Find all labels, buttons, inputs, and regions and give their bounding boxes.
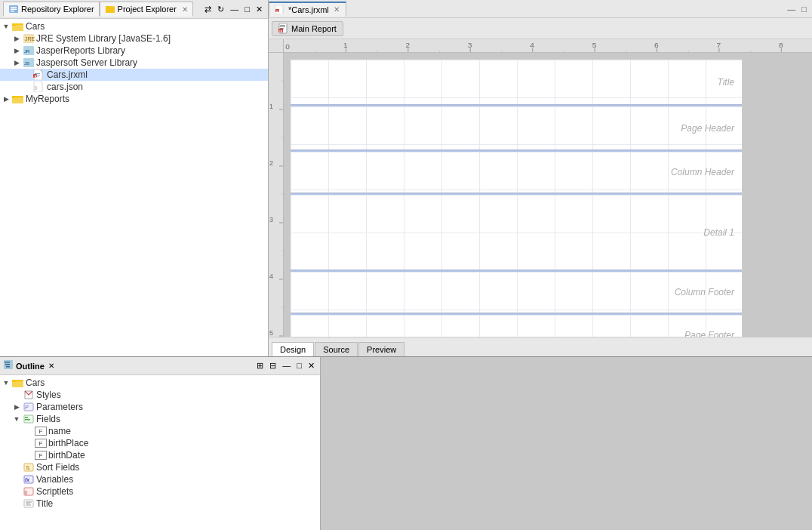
expand-all-icon[interactable]: ⊞ <box>254 360 266 371</box>
section-title[interactable]: Title <box>291 60 742 105</box>
maximize-top-panel-icon[interactable]: □ <box>242 4 252 15</box>
sort-fields-icon: ⇅ <box>23 462 35 473</box>
arrow-jasper-lib[interactable]: ▶ <box>12 46 21 55</box>
svg-text:⇅: ⇅ <box>26 465 30 470</box>
bottom-right-area <box>321 357 812 530</box>
editor-controls[interactable]: — □ <box>785 4 812 14</box>
json-file-icon: {} <box>33 82 45 92</box>
svg-rect-1 <box>11 7 17 8</box>
svg-rect-8 <box>12 25 23 31</box>
tree-item-cars-json[interactable]: ▶ {} cars.json <box>0 81 268 93</box>
arrow-cars-root[interactable]: ▼ <box>2 22 11 31</box>
outline-label-styles: Styles <box>36 390 61 400</box>
outline-label-field-birthplace: birthPlace <box>48 438 88 448</box>
outline-tree: ▼ Cars ▶ S <box>0 375 320 530</box>
close-top-panel-icon[interactable]: ✕ <box>254 4 265 15</box>
tab-preview-label: Preview <box>367 345 396 354</box>
editor-tab-label: *Cars.jrxml <box>288 5 329 14</box>
editor-tab-close-icon[interactable]: ✕ <box>334 5 340 14</box>
tree-item-myreports[interactable]: ▶ MyReports <box>0 93 268 105</box>
outline-item-sort-fields[interactable]: ▶ ⇅ Sort Fields <box>0 461 320 473</box>
sync-icon[interactable]: ⇄ <box>202 4 214 15</box>
tree-label-cars-root: Cars <box>26 21 45 32</box>
section-column-footer[interactable]: Column Footer <box>291 272 742 313</box>
top-panel-controls[interactable]: ⇄ ↻ — □ ✕ <box>202 4 265 15</box>
tab-design[interactable]: Design <box>272 342 314 356</box>
tab-design-label: Design <box>280 345 306 354</box>
outline-item-styles[interactable]: ▶ Styles <box>0 389 320 401</box>
jrxml-file-icon: JR <box>33 69 45 80</box>
tree-item-cars-jrxml[interactable]: ▶ JR Cars.jrxml <box>0 69 268 81</box>
editor-tab-cars-jrxml[interactable]: JR *Cars.jrxml ✕ <box>269 2 346 17</box>
tree-item-jasper-lib[interactable]: ▶ JR JasperReports Library <box>0 45 268 57</box>
arrow-outline-cars[interactable]: ▼ <box>2 378 11 387</box>
main-report-button[interactable]: JR Main Report <box>272 21 343 36</box>
svg-text:JR: JR <box>34 75 39 79</box>
outline-item-field-birthdate[interactable]: ▶ F birthDate <box>0 449 320 461</box>
arrow-fields[interactable]: ▼ <box>12 414 21 424</box>
field-birthdate-icon: F <box>35 451 47 460</box>
editor-minimize-icon[interactable]: — <box>785 4 798 14</box>
section-column-header[interactable]: Column Header <box>291 152 742 193</box>
outline-item-fields[interactable]: ▼ Fields <box>0 413 320 425</box>
outline-item-parameters[interactable]: ▶ P Parameters <box>0 401 320 413</box>
project-tab-close[interactable]: ✕ <box>182 5 188 14</box>
section-page-header[interactable]: Page Header <box>291 106 742 150</box>
main-report-label: Main Report <box>291 24 337 33</box>
outline-item-field-name[interactable]: ▶ F name <box>0 425 320 437</box>
svg-rect-3 <box>11 11 14 12</box>
tab-source[interactable]: Source <box>315 342 358 356</box>
svg-rect-31 <box>280 25 285 26</box>
section-detail1[interactable]: Detail 1 <box>291 195 742 270</box>
arrow-myreports[interactable]: ▶ <box>2 94 11 103</box>
tree-item-jre[interactable]: ▶ JRE JRE System Library [JavaSE-1.6] <box>0 32 268 45</box>
outline-panel-controls[interactable]: ⊞ ⊟ — □ ✕ <box>254 360 317 371</box>
refresh-icon[interactable]: ↻ <box>215 4 226 15</box>
tab-preview[interactable]: Preview <box>358 342 404 356</box>
outline-maximize-icon[interactable]: □ <box>294 360 304 371</box>
explorer-tabs[interactable]: Repository Explorer Project Explorer ✕ <box>3 2 193 17</box>
outline-label-title-section: Title <box>36 498 53 509</box>
tree-label-jasper-lib: JasperReports Library <box>36 45 125 56</box>
outline-close-x[interactable]: ✕ <box>47 361 56 371</box>
svg-rect-93 <box>25 417 28 418</box>
report-canvas-scroll[interactable]: Title Page Header Column Header <box>284 53 812 337</box>
svg-text:2: 2 <box>269 159 273 167</box>
outline-item-title-section[interactable]: ▶ Title <box>0 498 320 510</box>
tab-project-explorer[interactable]: Project Explorer ✕ <box>100 2 193 17</box>
tree-item-cars-root[interactable]: ▼ Cars <box>0 20 268 32</box>
svg-text:JS: JS <box>24 61 29 66</box>
editor-tab-bar: JR *Cars.jrxml ✕ — □ <box>269 0 812 18</box>
collapse-all-icon[interactable]: ⊟ <box>267 360 278 371</box>
svg-text:{}: {} <box>35 85 38 90</box>
report-canvas: Title Page Header Column Header <box>290 59 743 337</box>
outline-minimize-icon[interactable]: — <box>280 360 293 371</box>
outline-close-icon[interactable]: ✕ <box>306 360 317 371</box>
outline-item-field-birthplace[interactable]: ▶ F birthPlace <box>0 437 320 449</box>
editor-maximize-icon[interactable]: □ <box>799 4 809 14</box>
arrow-parameters[interactable]: ▶ <box>12 402 21 411</box>
svg-rect-63 <box>269 53 284 337</box>
canvas-background: Title Page Header Column Header <box>284 53 812 337</box>
svg-text:0: 0 <box>285 43 290 51</box>
section-page-footer[interactable]: Page Footer <box>291 315 742 337</box>
canvas-area: 1 2 3 4 5 6 <box>269 53 812 337</box>
section-page-footer-label: Page Footer <box>684 330 734 337</box>
tree-item-jaspersoft-server-lib[interactable]: ▶ JS Jaspersoft Server Library <box>0 57 268 69</box>
svg-rect-25 <box>12 97 23 103</box>
jre-icon: JRE <box>23 33 35 44</box>
tree-label-cars-jrxml: Cars.jrxml <box>47 69 88 80</box>
ruler-corner <box>269 39 284 53</box>
report-toolbar: JR Main Report <box>269 18 812 39</box>
tab-repository-explorer[interactable]: Repository Explorer <box>3 2 100 17</box>
outline-item-variables[interactable]: ▶ fx Variables <box>0 473 320 485</box>
outline-item-scriptlets[interactable]: ▶ {} Scriptlets <box>0 485 320 498</box>
svg-rect-2 <box>11 9 17 11</box>
arrow-jaspersoft-server-lib[interactable]: ▶ <box>12 58 21 67</box>
svg-text:7: 7 <box>717 42 721 49</box>
tree-label-jaspersoft-server-lib: Jaspersoft Server Library <box>36 57 137 68</box>
minimize-top-panel-icon[interactable]: — <box>228 4 241 15</box>
svg-text:fx: fx <box>25 477 30 482</box>
arrow-jre[interactable]: ▶ <box>12 34 21 43</box>
outline-item-cars[interactable]: ▼ Cars <box>0 377 320 389</box>
